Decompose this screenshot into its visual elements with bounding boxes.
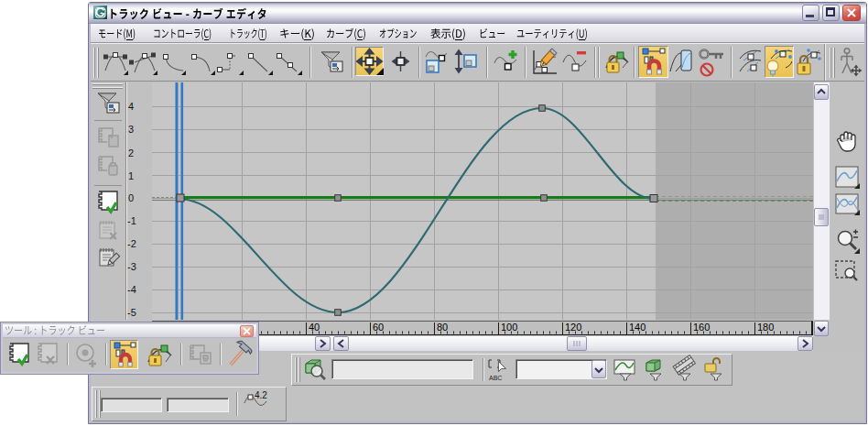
svg-text:120: 120 [565,322,581,333]
svg-text:180: 180 [757,322,774,333]
svg-text:140: 140 [629,322,646,333]
svg-text:160: 160 [693,322,710,333]
svg-text:60: 60 [373,322,384,333]
svg-text:40: 40 [309,322,320,333]
svg-text:4.2: 4.2 [255,390,267,400]
svg-text:100: 100 [501,322,517,333]
svg-text:ABC: ABC [489,375,502,381]
svg-text:80: 80 [437,322,448,333]
